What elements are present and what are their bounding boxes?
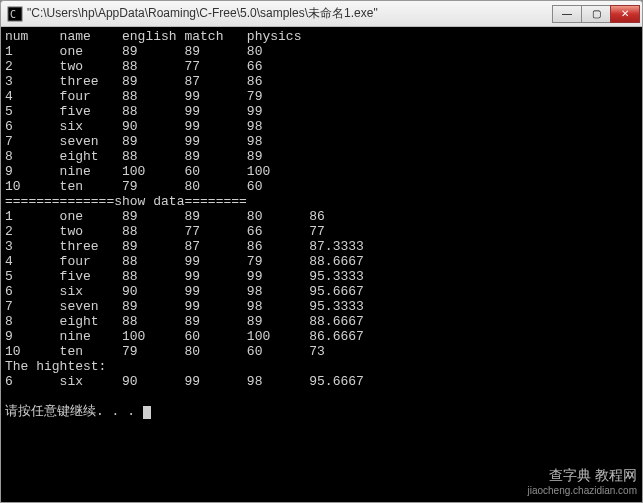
titlebar[interactable]: C "C:\Users\hp\AppData\Roaming\C-Free\5.… (1, 1, 642, 27)
watermark-brand: 查字典 教程网 (527, 467, 637, 483)
console-window: C "C:\Users\hp\AppData\Roaming\C-Free\5.… (0, 0, 643, 503)
app-icon: C (7, 6, 23, 22)
svg-text:C: C (10, 9, 16, 20)
maximize-button[interactable]: ▢ (581, 5, 611, 23)
cursor (143, 406, 151, 419)
watermark-url: jiaocheng.chazidian.com (527, 483, 637, 499)
window-buttons: — ▢ ✕ (553, 5, 640, 23)
window-title: "C:\Users\hp\AppData\Roaming\C-Free\5.0\… (27, 5, 553, 22)
minimize-button[interactable]: — (552, 5, 582, 23)
close-button[interactable]: ✕ (610, 5, 640, 23)
console-output: num name english match physics 1 one 89 … (1, 27, 642, 502)
watermark: 查字典 教程网 jiaocheng.chazidian.com (527, 467, 637, 499)
